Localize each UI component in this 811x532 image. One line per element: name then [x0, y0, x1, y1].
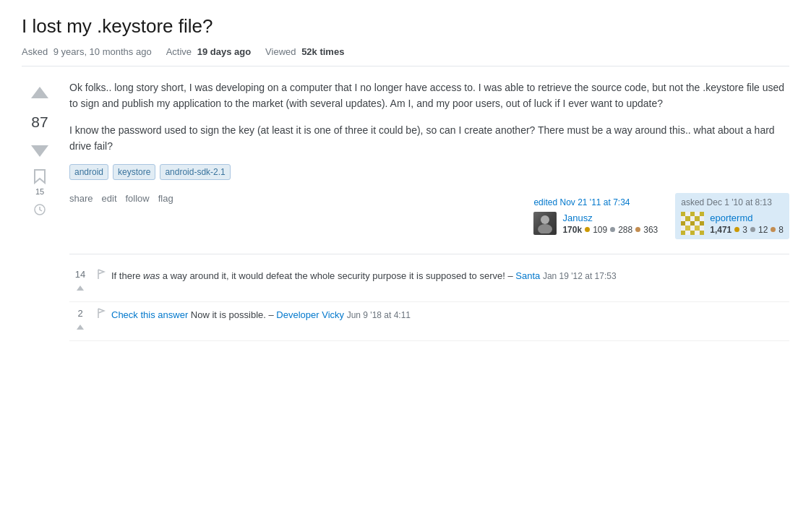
question-title: I lost my .keystore file? — [22, 14, 789, 39]
comment-2-vote-count: 2 — [77, 308, 82, 319]
comment-1-vote-count: 14 — [75, 269, 85, 280]
comment-1-user-link[interactable]: Santa — [515, 270, 540, 281]
asked-label: Asked 9 years, 10 months ago — [22, 46, 152, 57]
tag-keystore[interactable]: keystore — [113, 164, 155, 180]
editor-bronze-count: 363 — [643, 225, 658, 235]
vote-column: 87 15 — [22, 80, 58, 342]
share-link[interactable]: share — [69, 193, 93, 204]
question-meta-bar: Asked 9 years, 10 months ago Active 19 d… — [22, 46, 789, 66]
tags-container: android keystore android-sdk-2.1 — [69, 164, 789, 180]
editor-silver-count: 288 — [618, 225, 632, 235]
tag-android[interactable]: android — [69, 164, 108, 180]
follow-link[interactable]: follow — [126, 193, 150, 204]
asker-gold-count: 3 — [742, 225, 747, 235]
question-footer: share edit follow flag edited Nov 21 '11… — [69, 193, 789, 239]
question-body: Ok folks.. long story short, I was devel… — [58, 80, 789, 342]
gold-badge-dot — [585, 227, 590, 232]
svg-rect-6 — [700, 212, 704, 216]
svg-rect-14 — [681, 231, 685, 235]
comment-2: 2 Check this answer Now it is possible. … — [69, 302, 789, 341]
asker-silver-dot — [750, 227, 755, 232]
asker-gold-dot — [734, 227, 739, 232]
asker-silver-count: 12 — [758, 225, 768, 235]
edit-link[interactable]: edit — [102, 193, 117, 204]
question-layout: 87 15 Ok folks.. long story short, I was… — [22, 80, 789, 342]
editor-card: edited Nov 21 '11 at 7:34 — [528, 193, 664, 239]
svg-rect-9 — [681, 221, 685, 226]
svg-rect-16 — [700, 231, 704, 235]
svg-rect-15 — [690, 231, 695, 235]
comment-2-flag[interactable] — [97, 308, 106, 321]
question-text-p2: I know the password used to sign the key… — [69, 122, 789, 155]
asker-rep: 1,471 3 12 8 — [710, 225, 784, 235]
flag-link[interactable]: flag — [158, 193, 173, 204]
comment-2-answer-link[interactable]: Check this answer — [111, 309, 188, 320]
user-cards: edited Nov 21 '11 at 7:34 — [528, 193, 789, 239]
editor-action-link[interactable]: edited Nov 21 '11 at 7:34 — [533, 197, 630, 207]
question-text-p1: Ok folks.. long story short, I was devel… — [69, 80, 789, 112]
editor-user-info: Janusz 170k 109 288 363 — [533, 212, 658, 235]
comment-1: 14 If there was a way around it, it woul… — [69, 263, 789, 302]
comment-1-flag[interactable] — [97, 269, 106, 282]
asker-card: asked Dec 1 '10 at 8:13 — [675, 193, 789, 239]
asker-bronze-count: 8 — [778, 225, 784, 235]
svg-rect-13 — [695, 226, 700, 231]
downvote-button[interactable] — [27, 135, 53, 161]
comment-1-vote: 14 — [69, 269, 91, 296]
bronze-badge-dot — [635, 227, 640, 232]
active-value: 19 days ago — [197, 46, 251, 57]
bookmark-button[interactable] — [33, 168, 46, 184]
asker-bronze-dot — [771, 227, 776, 232]
asker-details: eportermd 1,471 3 12 8 — [710, 213, 784, 235]
svg-rect-5 — [690, 212, 695, 216]
asker-action-time: asked Dec 1 '10 at 8:13 — [681, 197, 784, 207]
editor-username[interactable]: Janusz — [562, 213, 658, 223]
svg-rect-7 — [685, 216, 690, 221]
viewed-label: Viewed 52k times — [265, 46, 344, 57]
viewed-value: 52k times — [301, 46, 344, 57]
comments-section: 14 If there was a way around it, it woul… — [69, 254, 789, 341]
upvote-button[interactable] — [27, 82, 53, 108]
comment-2-vote: 2 — [69, 308, 91, 335]
editor-action-time: edited Nov 21 '11 at 7:34 — [533, 197, 658, 207]
silver-badge-dot — [610, 227, 615, 232]
comment-2-user-link[interactable]: Developer Vicky — [276, 309, 344, 320]
asked-value: 9 years, 10 months ago — [53, 46, 152, 57]
question-actions: share edit follow flag — [69, 193, 173, 204]
history-button[interactable] — [33, 203, 46, 218]
svg-rect-8 — [695, 216, 700, 221]
svg-rect-11 — [700, 221, 704, 226]
svg-rect-12 — [685, 226, 690, 231]
comment-2-upvote[interactable] — [74, 322, 87, 335]
asker-username[interactable]: eportermd — [710, 213, 784, 223]
bookmark-count: 15 — [35, 187, 44, 196]
svg-rect-4 — [681, 212, 685, 216]
comment-1-text: If there was a way around it, it would d… — [111, 269, 789, 283]
asker-avatar — [681, 212, 704, 235]
editor-gold-count: 109 — [593, 225, 607, 235]
editor-rep: 170k 109 288 363 — [562, 225, 658, 235]
active-label: Active 19 days ago — [166, 46, 251, 57]
vote-count: 87 — [31, 111, 48, 132]
svg-point-1 — [541, 215, 549, 224]
comment-2-text: Check this answer Now it is possible. – … — [111, 308, 789, 322]
comment-1-upvote[interactable] — [74, 283, 87, 296]
editor-details: Janusz 170k 109 288 363 — [562, 213, 658, 235]
editor-avatar — [533, 212, 557, 235]
svg-rect-10 — [690, 221, 695, 226]
svg-point-2 — [538, 224, 552, 233]
tag-android-sdk[interactable]: android-sdk-2.1 — [160, 164, 230, 180]
asker-user-info: eportermd 1,471 3 12 8 — [681, 212, 784, 235]
